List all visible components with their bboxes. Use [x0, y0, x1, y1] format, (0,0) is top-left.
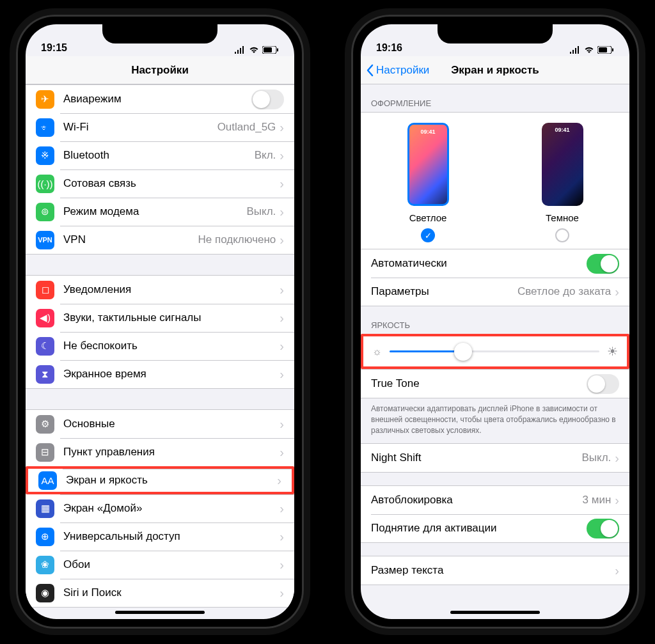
- row-home[interactable]: ▦Экран «Домой»›: [26, 494, 294, 522]
- row-screentime[interactable]: ⧗Экранное время›: [26, 360, 294, 388]
- dark-radio[interactable]: [555, 228, 569, 242]
- row-label: Основные: [63, 418, 280, 430]
- battery-icon: [597, 46, 614, 54]
- row-label: Не беспокоить: [63, 340, 280, 352]
- row-display[interactable]: AAЭкран и яркость›: [26, 466, 294, 494]
- status-time: 19:15: [41, 42, 67, 54]
- row-control[interactable]: ⊟Пункт управления›: [26, 438, 294, 466]
- row-raise[interactable]: Поднятие для активации: [361, 514, 629, 542]
- wifi-icon: ᯤ: [36, 118, 54, 137]
- row-value: Не подключено: [198, 233, 276, 246]
- chevron-right-icon: ›: [615, 285, 619, 299]
- row-options[interactable]: Параметры Светлое до заката ›: [361, 278, 629, 306]
- notch: [438, 24, 553, 43]
- row-notifications[interactable]: ◻Уведомления›: [26, 276, 294, 304]
- row-wallpaper[interactable]: ❀Обои›: [26, 551, 294, 579]
- row-label: VPN: [63, 233, 198, 246]
- dnd-icon: ☾: [36, 337, 54, 356]
- row-cellular[interactable]: ((·))Сотовая связь›: [26, 169, 294, 198]
- highlight-brightness: ☼ ☀: [361, 334, 629, 369]
- wifi-icon: [584, 46, 594, 54]
- svg-rect-5: [612, 49, 613, 52]
- chevron-right-icon: ›: [280, 311, 284, 326]
- row-autolock[interactable]: Автоблокировка 3 мин ›: [361, 486, 629, 514]
- light-radio[interactable]: ✓: [421, 228, 435, 242]
- battery-icon: [262, 46, 279, 54]
- row-label: Экран «Домой»: [63, 502, 280, 515]
- wifi-icon: [249, 46, 259, 54]
- chevron-right-icon: ›: [280, 367, 284, 382]
- row-automatic[interactable]: Автоматически: [361, 249, 629, 278]
- vpn-icon: VPN: [36, 231, 54, 249]
- sounds-icon: ◀): [36, 309, 54, 327]
- row-vpn[interactable]: VPNVPNНе подключено›: [26, 226, 294, 254]
- appearance-dark[interactable]: 09:41 Темное: [542, 123, 583, 242]
- dark-preview: 09:41: [542, 123, 583, 206]
- phone-settings: 19:15 Настройки ✈АвиарежимᯤWi-FiOutland_…: [16, 15, 304, 629]
- chevron-right-icon: ›: [280, 205, 284, 219]
- home-indicator: [115, 611, 205, 614]
- chevron-right-icon: ›: [615, 451, 619, 466]
- airplane-toggle[interactable]: [251, 90, 284, 109]
- automatic-toggle[interactable]: [587, 254, 619, 274]
- bluetooth-icon: ※: [36, 146, 54, 165]
- chevron-right-icon: ›: [280, 339, 284, 354]
- chevron-right-icon: ›: [280, 501, 284, 516]
- general-icon: ⚙: [36, 415, 54, 434]
- back-button[interactable]: Настройки: [366, 56, 429, 84]
- chevron-right-icon: ›: [280, 233, 284, 247]
- row-textsize[interactable]: Размер текста ›: [361, 556, 629, 585]
- row-label: Пункт управления: [63, 446, 280, 459]
- truetone-toggle[interactable]: [587, 374, 619, 394]
- row-label: Bluetooth: [63, 149, 255, 162]
- home-icon: ▦: [36, 499, 54, 518]
- svg-rect-4: [599, 47, 607, 52]
- screen-display: 19:16 Настройки Экран и яркость ОФОРМЛЕН…: [361, 24, 629, 619]
- row-accessibility[interactable]: ⊕Универсальный доступ›: [26, 522, 294, 551]
- row-label: Siri и Поиск: [63, 586, 280, 599]
- status-time: 19:16: [376, 42, 402, 54]
- sun-max-icon: ☀: [607, 344, 618, 359]
- row-truetone[interactable]: True Tone: [361, 370, 629, 398]
- row-label: Wi-Fi: [63, 121, 217, 134]
- row-hotspot[interactable]: ⊚Режим модемаВыкл.›: [26, 198, 294, 226]
- row-label: Режим модема: [63, 205, 246, 218]
- chevron-right-icon: ›: [280, 177, 284, 191]
- accessibility-icon: ⊕: [36, 528, 54, 546]
- section-brightness: ЯРКОСТЬ: [361, 306, 629, 334]
- chevron-right-icon: ›: [280, 586, 284, 601]
- hotspot-icon: ⊚: [36, 203, 54, 221]
- brightness-slider[interactable]: [390, 350, 599, 352]
- row-label: Авиарежим: [63, 93, 251, 106]
- row-bluetooth[interactable]: ※BluetoothВкл.›: [26, 141, 294, 169]
- back-label: Настройки: [376, 64, 429, 77]
- row-airplane[interactable]: ✈Авиарежим: [26, 85, 294, 113]
- chevron-right-icon: ›: [280, 148, 284, 163]
- chevron-right-icon: ›: [615, 493, 619, 508]
- appearance-picker: 09:41 Светлое ✓ 09:41 Темное: [361, 112, 629, 249]
- light-preview: 09:41: [407, 123, 449, 206]
- row-nightshift[interactable]: Night Shift Выкл. ›: [361, 444, 629, 472]
- chevron-left-icon: [366, 64, 374, 77]
- appearance-light[interactable]: 09:41 Светлое ✓: [407, 123, 449, 242]
- home-indicator: [450, 611, 540, 614]
- chevron-right-icon: ›: [280, 417, 284, 432]
- airplane-icon: ✈: [36, 90, 54, 109]
- row-wifi[interactable]: ᯤWi-FiOutland_5G›: [26, 113, 294, 141]
- row-label: Экран и яркость: [66, 474, 277, 487]
- navbar-settings: Настройки: [26, 56, 294, 84]
- wallpaper-icon: ❀: [36, 556, 54, 574]
- chevron-right-icon: ›: [280, 558, 284, 572]
- navbar-display: Настройки Экран и яркость: [361, 56, 629, 84]
- row-label: Экранное время: [63, 368, 280, 381]
- row-sounds[interactable]: ◀)Звуки, тактильные сигналы›: [26, 304, 294, 332]
- svg-rect-1: [264, 47, 272, 52]
- raise-toggle[interactable]: [587, 519, 619, 538]
- sun-min-icon: ☼: [372, 346, 382, 357]
- row-general[interactable]: ⚙Основные›: [26, 410, 294, 438]
- chevron-right-icon: ›: [615, 563, 619, 578]
- chevron-right-icon: ›: [280, 283, 284, 297]
- row-siri[interactable]: ◉Siri и Поиск›: [26, 579, 294, 607]
- display-icon: AA: [38, 471, 57, 490]
- row-dnd[interactable]: ☾Не беспокоить›: [26, 332, 294, 360]
